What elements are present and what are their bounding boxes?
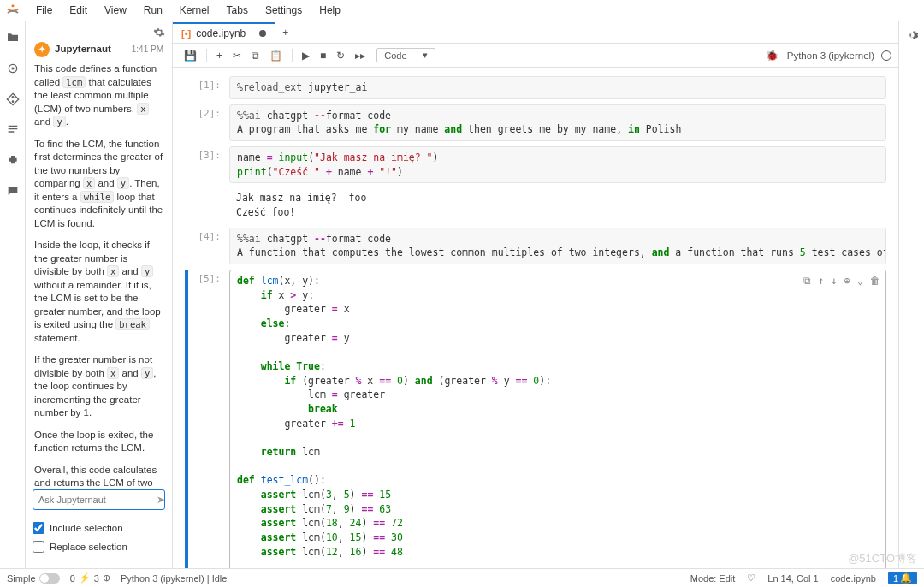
chat-paragraph: If the greater number is not divisible b… (34, 353, 163, 420)
gear-icon[interactable] (153, 27, 165, 39)
svg-rect-2 (11, 68, 14, 70)
tab-code-ipynb[interactable]: [•] code.ipynb (173, 22, 275, 43)
menu-view[interactable]: View (96, 1, 135, 20)
cell-type-select[interactable]: Code▾ (376, 48, 435, 62)
chat-paragraph: To find the LCM, the function first dete… (34, 138, 163, 231)
cursor-position: Ln 14, Col 1 (767, 573, 818, 584)
extensions-icon[interactable] (5, 153, 21, 169)
jupyter-logo-icon (5, 3, 21, 18)
chat-input[interactable]: ➤ (33, 489, 165, 510)
cell-input[interactable]: %%ai chatgpt --format code A function th… (229, 228, 886, 264)
trust-icon[interactable]: ♡ (747, 572, 755, 584)
chat-icon[interactable] (5, 184, 21, 199)
chat-paragraph: This code defines a function called lcm … (34, 62, 163, 129)
cell-row[interactable]: [2]:%%ai chatgpt --format code A program… (185, 104, 886, 141)
restart-icon[interactable]: ↻ (332, 47, 349, 64)
menu-edit[interactable]: Edit (61, 1, 96, 20)
debug-icon[interactable]: 🐞 (766, 50, 779, 62)
toc-icon[interactable] (5, 122, 21, 138)
jupyternaut-avatar: ✦ (34, 42, 50, 57)
kernel-status-icon[interactable] (881, 50, 891, 61)
diagnostics[interactable]: 0⚡3⊕ (70, 572, 110, 584)
include-selection-checkbox[interactable]: Include selection (33, 522, 165, 534)
menu-file[interactable]: File (27, 1, 61, 20)
menu-tabs[interactable]: Tabs (218, 1, 257, 20)
cell-action-delete[interactable]: 🗑 (870, 274, 880, 288)
kernel-name[interactable]: Python 3 (ipykernel) (787, 50, 874, 61)
svg-point-0 (12, 4, 15, 7)
git-icon[interactable] (5, 92, 21, 107)
cell-input[interactable]: def lcm(x, y): if x > y: greater = x els… (229, 270, 886, 568)
cell-prompt: [5]: (185, 270, 229, 284)
chat-message: This code defines a function called lcm … (34, 62, 163, 489)
left-rail (0, 21, 26, 568)
folder-icon[interactable] (5, 30, 21, 45)
menu-help[interactable]: Help (311, 1, 349, 20)
notifications[interactable]: 1 🔔 (888, 572, 917, 584)
cell-row[interactable]: [3]:name = input("Jak masz na imię? ") p… (185, 146, 886, 183)
cell-action-down[interactable]: ↓ (831, 274, 837, 288)
kernel-status[interactable]: Python 3 (ipykernel) | Idle (121, 573, 228, 584)
chat-name: Jupyternaut (55, 43, 111, 56)
doc-name[interactable]: code.ipynb (831, 573, 876, 584)
send-icon[interactable]: ➤ (157, 494, 165, 506)
cell-action-up[interactable]: ↑ (818, 274, 824, 288)
cell-prompt: [3]: (185, 146, 229, 161)
tabbar: [•] code.ipynb + (173, 21, 898, 44)
sidebar-chat: ✦ Jupyternaut 1:41 PM This code defines … (26, 21, 173, 568)
notebook-toolbar: 💾 + ✂ ⧉ 📋 ▶ ■ ↻ ▸▸ Code▾ 🐞 Python 3 (ipy… (173, 44, 898, 68)
cell-output: Jak masz na imię? foo Cześć foo! (229, 188, 886, 222)
cell-row[interactable]: [1]:%reload_ext jupyter_ai (185, 76, 886, 99)
cell-prompt: [2]: (185, 104, 229, 119)
svg-point-3 (11, 96, 14, 98)
menu-run[interactable]: Run (135, 1, 171, 20)
cell-action-cell-more[interactable]: ⌄ (857, 274, 863, 288)
cell-prompt: [1]: (185, 76, 229, 91)
cell-prompt: [4]: (185, 228, 229, 242)
add-cell-icon[interactable]: + (212, 47, 227, 64)
cell-row[interactable]: [5]:def lcm(x, y): if x > y: greater = x… (185, 270, 886, 568)
cut-icon[interactable]: ✂ (228, 47, 246, 64)
chat-paragraph: Once the loop is exited, the function re… (34, 429, 163, 455)
menu-kernel[interactable]: Kernel (171, 1, 218, 20)
statusbar: Simple 0⚡3⊕ Python 3 (ipykernel) | Idle … (0, 568, 924, 587)
copy-icon[interactable]: ⧉ (247, 47, 264, 64)
tab-label: code.ipynb (196, 27, 246, 39)
document-area: [•] code.ipynb + 💾 + ✂ ⧉ 📋 ▶ ■ ↻ ▸▸ Code… (173, 21, 898, 568)
menu-settings[interactable]: Settings (257, 1, 311, 20)
cell-action-copy[interactable]: ⧉ (803, 274, 811, 288)
tab-add-button[interactable]: + (275, 23, 295, 42)
save-icon[interactable]: 💾 (180, 47, 201, 64)
cell-prompt (185, 188, 229, 192)
chevron-down-icon: ▾ (423, 50, 428, 61)
chat-body: ✦ Jupyternaut 1:41 PM This code defines … (26, 39, 172, 489)
menubar: File Edit View Run Kernel Tabs Settings … (0, 0, 924, 21)
property-inspector-icon[interactable] (905, 28, 919, 44)
notebook[interactable]: [1]:%reload_ext jupyter_ai[2]:%%ai chatg… (173, 68, 898, 568)
paste-icon[interactable]: 📋 (265, 47, 287, 64)
fast-forward-icon[interactable]: ▸▸ (351, 47, 370, 64)
dirty-indicator (259, 30, 266, 37)
right-rail (898, 21, 924, 568)
cell-row[interactable]: [4]:%%ai chatgpt --format code A functio… (185, 228, 886, 264)
cell-action-insert[interactable]: ⊕ (844, 274, 850, 288)
svg-point-4 (11, 100, 14, 103)
mode-indicator: Mode: Edit (690, 573, 736, 584)
cell-output-row[interactable]: Jak masz na imię? foo Cześć foo! (185, 188, 886, 222)
cell-input[interactable]: %%ai chatgpt --format code A program tha… (229, 104, 886, 141)
stop-icon[interactable]: ■ (316, 47, 330, 64)
cell-input[interactable]: name = input("Jak masz na imię? ") print… (229, 146, 886, 183)
running-icon[interactable] (5, 61, 21, 76)
chat-paragraph: Inside the loop, it checks if the greate… (34, 239, 163, 345)
replace-selection-checkbox[interactable]: Replace selection (33, 541, 165, 553)
chat-input-field[interactable] (38, 495, 157, 505)
run-icon[interactable]: ▶ (298, 47, 314, 64)
cell-input[interactable]: %reload_ext jupyter_ai (229, 76, 886, 99)
chat-time: 1:41 PM (132, 44, 163, 56)
notebook-icon: [•] (181, 28, 191, 39)
chat-paragraph: Overall, this code calculates and return… (34, 464, 163, 489)
simple-toggle[interactable]: Simple (7, 573, 60, 584)
